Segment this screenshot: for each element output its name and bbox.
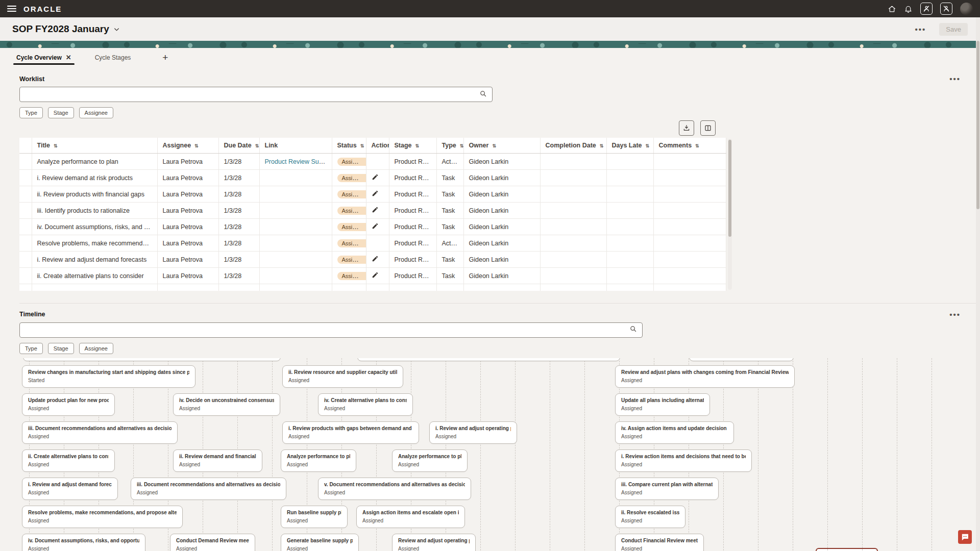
- timeline-card[interactable]: ii. Review demand and financial gapsAssi…: [173, 449, 262, 472]
- timeline-card[interactable]: Update product plan for new productsAssi…: [22, 393, 115, 416]
- timeline-card[interactable]: Review changes in manufacturing start an…: [22, 365, 195, 388]
- user-avatar[interactable]: [960, 3, 973, 15]
- filter-chip-stage[interactable]: Stage: [48, 107, 74, 118]
- tab-cycle-stages[interactable]: Cycle Stages: [92, 48, 134, 67]
- timeline-search[interactable]: [19, 322, 643, 338]
- timeline-card[interactable]: Generate baseline supply planAssigned: [281, 534, 359, 551]
- timeline-card[interactable]: i. Review and adjust demand forecastsAss…: [22, 478, 118, 500]
- worklist-more-actions-icon[interactable]: •••: [949, 75, 961, 83]
- table-row[interactable]: Analyze performance to planLaura Petrova…: [19, 154, 726, 170]
- sort-icon[interactable]: ⇅: [600, 143, 604, 148]
- search-icon[interactable]: [629, 325, 637, 335]
- timeline-card[interactable]: iv. Create alternative plans to consider…: [318, 393, 413, 416]
- column-header-title[interactable]: Title⇅: [32, 138, 157, 154]
- timeline-card[interactable]: iv. Assign action items and update decis…: [615, 421, 734, 444]
- column-header-type[interactable]: Type⇅: [436, 138, 463, 154]
- worklist-table-scrollbar[interactable]: [728, 139, 732, 290]
- user-slash-icon-1[interactable]: [920, 3, 933, 15]
- column-header-stage[interactable]: Stage⇅: [389, 138, 436, 154]
- timeline-card[interactable]: Review and adjust plans with changes com…: [615, 365, 795, 388]
- timeline-card[interactable]: iv. Document assumptions, risks, and opp…: [22, 534, 145, 551]
- timeline-card[interactable]: Conduct Financial Review meetingAssigned: [615, 534, 704, 551]
- filter-chip-type[interactable]: Type: [19, 343, 43, 354]
- table-row[interactable]: ii. Create alternative plans to consider…: [19, 268, 726, 284]
- timeline-card[interactable]: v. Document recommendations and alternat…: [318, 478, 471, 500]
- worklist-search-input[interactable]: [25, 91, 479, 98]
- timeline-card[interactable]: Assign action items and escalate open is…: [356, 506, 465, 528]
- timeline-card[interactable]: iii. Compare current plan with alternati…: [615, 478, 719, 500]
- table-row[interactable]: iii. Identify products to rationalizeLau…: [19, 203, 726, 219]
- worklist-search[interactable]: [19, 87, 493, 102]
- chat-launcher-button[interactable]: [958, 530, 972, 544]
- column-header-owner[interactable]: Owner⇅: [463, 138, 540, 154]
- timeline-card[interactable]: Resolve problems, make recommendations, …: [22, 506, 183, 528]
- title-chevron-down-icon[interactable]: [113, 26, 120, 33]
- table-row[interactable]: i. Review demand at risk productsLaura P…: [19, 170, 726, 186]
- filter-chip-stage[interactable]: Stage: [48, 343, 74, 354]
- timeline-search-input[interactable]: [25, 327, 629, 334]
- tab-close-icon[interactable]: ✕: [66, 54, 71, 61]
- timeline-card[interactable]: i. Review action items and decisions tha…: [615, 449, 752, 472]
- manage-columns-icon[interactable]: [700, 120, 716, 136]
- edit-pencil-icon[interactable]: [372, 206, 379, 213]
- timeline-card[interactable]: Conduct Demand Review meetingAssigned: [170, 534, 255, 551]
- download-icon[interactable]: [679, 120, 694, 136]
- timeline-card-partial[interactable]: [23, 358, 281, 361]
- timeline-card[interactable]: Run baseline supply planAssigned: [281, 506, 348, 528]
- sort-icon[interactable]: ⇅: [460, 143, 463, 148]
- sort-icon[interactable]: ⇅: [695, 143, 699, 148]
- header-more-actions-icon[interactable]: •••: [915, 26, 926, 33]
- sort-icon[interactable]: ⇅: [492, 143, 496, 148]
- save-button[interactable]: Save: [939, 23, 968, 36]
- edit-pencil-icon[interactable]: [372, 271, 379, 279]
- page-scrollbar[interactable]: [976, 17, 980, 551]
- column-header-days_late[interactable]: Days Late⇅: [606, 138, 653, 154]
- table-row[interactable]: iv. Document assumptions, risks, and opp…: [19, 219, 726, 235]
- sort-icon[interactable]: ⇅: [415, 143, 420, 148]
- column-header-comments[interactable]: Comments⇅: [653, 138, 726, 154]
- notifications-bell-icon[interactable]: [904, 5, 913, 13]
- edit-pencil-icon[interactable]: [372, 255, 379, 262]
- sort-icon[interactable]: ⇅: [54, 143, 58, 148]
- timeline-card[interactable]: Review and adjust operating planAssigned: [392, 534, 476, 551]
- timeline-card-partial[interactable]: [689, 358, 794, 361]
- add-tab-icon[interactable]: +: [158, 52, 172, 63]
- table-row[interactable]: Resolve problems, make recommendations, …: [19, 235, 726, 252]
- filter-chip-assignee[interactable]: Assignee: [79, 107, 113, 118]
- timeline-card[interactable]: Analyze performance to planAssigned: [392, 449, 468, 472]
- sort-icon[interactable]: ⇅: [255, 143, 259, 148]
- menu-icon[interactable]: [7, 6, 16, 12]
- timeline-card[interactable]: Analyze performance to planAssigned: [281, 449, 356, 472]
- column-header-completion_date[interactable]: Completion Date⇅: [540, 138, 606, 154]
- edit-pencil-icon[interactable]: [372, 222, 379, 230]
- home-icon[interactable]: [888, 5, 896, 13]
- search-icon[interactable]: [479, 90, 487, 99]
- timeline-card[interactable]: i. Review products with gaps between dem…: [282, 421, 419, 444]
- user-slash-icon-2[interactable]: [940, 3, 952, 15]
- filter-chip-assignee[interactable]: Assignee: [79, 343, 113, 354]
- sort-icon[interactable]: ⇅: [360, 143, 364, 148]
- timeline-card[interactable]: iv. Decide on unconstrained consensus fo…: [173, 393, 280, 416]
- table-row[interactable]: ii. Review products with financial gapsL…: [19, 186, 726, 203]
- table-row[interactable]: i. Review and adjust demand forecastsLau…: [19, 252, 726, 268]
- sort-icon[interactable]: ⇅: [646, 143, 650, 148]
- column-header-status[interactable]: Status⇅: [332, 138, 366, 154]
- edit-pencil-icon[interactable]: [372, 190, 379, 197]
- timeline-card-partial[interactable]: [357, 358, 620, 361]
- tab-label: Cycle Stages: [95, 54, 131, 61]
- timeline-card[interactable]: ii. Review resource and supplier capacit…: [282, 365, 403, 388]
- tab-cycle-overview[interactable]: Cycle Overview ✕: [13, 48, 75, 67]
- timeline-card[interactable]: i. Review and adjust operating planAssig…: [429, 421, 517, 444]
- edit-pencil-icon[interactable]: [372, 173, 379, 181]
- timeline-card[interactable]: Update all plans including alternativesA…: [615, 393, 710, 416]
- timeline-card[interactable]: ii. Create alternative plans to consider…: [22, 449, 115, 472]
- timeline-card[interactable]: ii. Resolve escalated issuesAssigned: [615, 506, 685, 528]
- link-product-review-summary[interactable]: Product Review Summary: [265, 158, 332, 165]
- timeline-card[interactable]: iii. Document recommendations and altern…: [22, 421, 178, 444]
- sort-icon[interactable]: ⇅: [194, 143, 199, 148]
- timeline-more-actions-icon[interactable]: •••: [949, 311, 961, 318]
- column-header-due_date[interactable]: Due Date⇅: [218, 138, 259, 154]
- timeline-card[interactable]: iii. Document recommendations and altern…: [131, 478, 286, 500]
- filter-chip-type[interactable]: Type: [19, 107, 43, 118]
- column-header-assignee[interactable]: Assignee⇅: [157, 138, 218, 154]
